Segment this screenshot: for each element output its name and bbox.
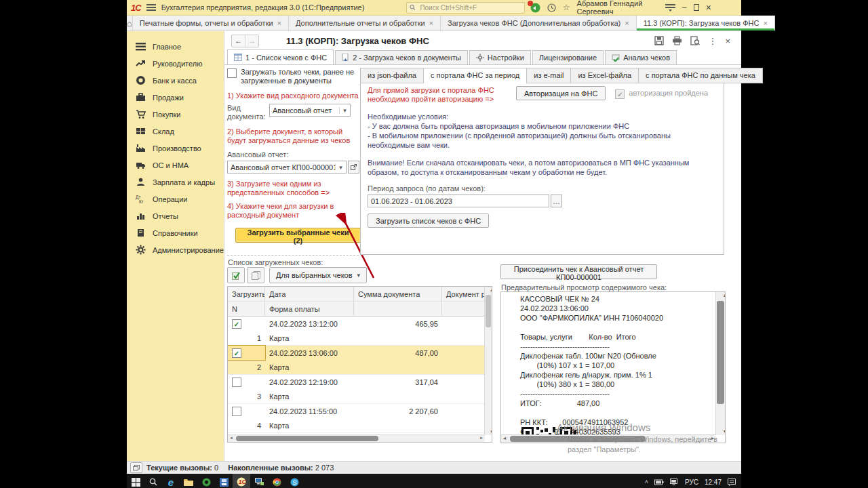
row-checkbox[interactable] bbox=[232, 378, 241, 387]
row-checkbox[interactable]: ✓ bbox=[232, 348, 241, 358]
main-menu-icon[interactable] bbox=[146, 4, 156, 11]
back-button[interactable]: ← bbox=[232, 35, 245, 47]
remote-desktop-icon[interactable] bbox=[250, 474, 268, 488]
current-user[interactable]: Абрамов Геннадий Сергеевич bbox=[577, 0, 658, 16]
tab-close-icon[interactable]: × bbox=[429, 19, 433, 27]
sidebar-item-warehouse[interactable]: Склад bbox=[127, 123, 224, 140]
tab-additional-reports[interactable]: Дополнительные отчеты и обработки × bbox=[289, 16, 441, 30]
chevron-down-icon[interactable]: ▾ bbox=[339, 107, 350, 114]
1c-enterprise-active-icon[interactable]: 1С bbox=[233, 474, 250, 488]
sidebar-item-administration[interactable]: Администрирование bbox=[127, 241, 224, 258]
load-selected-receipts-button[interactable]: Загрузить выбранные чеки (2) bbox=[235, 228, 361, 243]
sidebar-item-sales[interactable]: Продажи bbox=[127, 89, 224, 106]
receipt-vertical-scrollbar[interactable]: ▲ ▼ bbox=[715, 292, 725, 435]
row-checkbox[interactable]: ✓ bbox=[232, 319, 241, 329]
scroll-up-icon[interactable]: ▲ bbox=[488, 287, 492, 293]
period-picker-button[interactable]: … bbox=[551, 195, 562, 207]
clock[interactable]: 12:47 bbox=[705, 479, 722, 486]
period-input[interactable] bbox=[368, 195, 549, 207]
start-button[interactable] bbox=[127, 474, 144, 488]
receipt-horizontal-scrollbar[interactable]: ◄ ► bbox=[501, 434, 716, 443]
tab-fns-load-active[interactable]: 11.3 (КОРП): Загрузка чеков ФНС × bbox=[637, 16, 775, 30]
scroll-up-icon[interactable]: ▲ bbox=[721, 292, 726, 299]
report-select[interactable]: Авансовый отчет КП00-000001 от 0 ▾ bbox=[227, 161, 347, 174]
sidebar-item-production[interactable]: Производство bbox=[127, 140, 224, 157]
table-row[interactable]: 24.02.2023 12:19:00 317,04 3 Карта bbox=[228, 375, 492, 404]
scroll-thumb[interactable] bbox=[510, 436, 646, 442]
home-tab[interactable]: ⌂ bbox=[127, 16, 133, 30]
green-app-icon[interactable] bbox=[197, 474, 215, 488]
bulk-actions-dropdown[interactable]: Для выбранных чеков ▾ bbox=[269, 267, 367, 283]
tab-receipt-list[interactable]: 1 - Список чеков с ФНС bbox=[227, 49, 334, 64]
file-explorer-icon[interactable] bbox=[180, 474, 197, 488]
scroll-left-icon[interactable]: ◄ bbox=[228, 435, 235, 441]
tab-receipt-analysis[interactable]: Анализ чеков bbox=[605, 50, 677, 64]
network-icon[interactable] bbox=[670, 479, 679, 485]
save-icon[interactable] bbox=[654, 36, 664, 45]
preview-icon[interactable] bbox=[690, 36, 700, 45]
form-close-icon[interactable]: × bbox=[725, 36, 730, 46]
col-header-date[interactable]: Дата bbox=[265, 287, 354, 301]
language-indicator[interactable]: РУС bbox=[685, 479, 698, 486]
scroll-thumb[interactable] bbox=[717, 301, 724, 404]
sidebar-item-bank-cash[interactable]: Банк и касса bbox=[127, 72, 224, 89]
service-menu-icon[interactable] bbox=[665, 4, 675, 12]
col-header-document[interactable]: Документ ра bbox=[442, 287, 485, 301]
table-row[interactable]: ✓ 24.02.2023 13:12:00 465,95 1 Карта bbox=[228, 317, 492, 346]
calls-icon[interactable] bbox=[130, 462, 142, 473]
tab-printed-forms[interactable]: Печатные формы, отчеты и обработки × bbox=[133, 16, 289, 30]
scroll-down-icon[interactable]: ▼ bbox=[488, 428, 492, 435]
scroll-thumb[interactable] bbox=[236, 436, 378, 441]
action-center-icon[interactable] bbox=[728, 479, 736, 486]
doc-type-select[interactable]: Авансовый отчет ▾ bbox=[269, 104, 351, 117]
chrome-icon[interactable] bbox=[268, 474, 285, 488]
tab-email[interactable]: из e-mail bbox=[527, 68, 571, 83]
tab-fns-portal-period[interactable]: с портала ФНС за период bbox=[424, 68, 527, 84]
global-search[interactable] bbox=[406, 2, 524, 14]
col-header-load[interactable]: Загрузить bbox=[228, 287, 265, 301]
tab-settings[interactable]: Настройки bbox=[469, 50, 531, 64]
forward-button[interactable]: → bbox=[245, 35, 258, 47]
scroll-right-icon[interactable]: ► bbox=[478, 435, 485, 441]
only-new-checkbox[interactable] bbox=[227, 68, 237, 78]
sidebar-item-reports[interactable]: Отчеты bbox=[127, 207, 224, 224]
sidebar-item-directories[interactable]: Справочники bbox=[127, 224, 224, 241]
skype-icon[interactable]: S bbox=[285, 474, 303, 488]
tab-fns-portal-by-receipt[interactable]: с портала ФНС по данным чека bbox=[639, 68, 763, 83]
tab-fns-processing[interactable]: Загрузка чеков ФНС (Дополнительная обраб… bbox=[441, 16, 637, 30]
col-header-payment[interactable]: Форма оплаты bbox=[265, 302, 354, 316]
sidebar-item-payroll[interactable]: Зарплата и кадры bbox=[127, 174, 224, 190]
chevron-down-icon[interactable]: ▾ bbox=[335, 164, 346, 171]
open-document-button[interactable] bbox=[348, 161, 359, 174]
col-header-amount[interactable]: Сумма документа bbox=[354, 287, 442, 301]
table-row-selected[interactable]: ✓ 24.02.2023 13:06:00 487,00 2 Карта bbox=[228, 346, 492, 375]
1c-blue-app-icon[interactable] bbox=[215, 474, 233, 488]
window-close-button[interactable]: × bbox=[706, 3, 711, 12]
sidebar-item-main[interactable]: Главное bbox=[127, 38, 224, 55]
tab-load-to-documents[interactable]: 2 - Загрузка чеков в документы bbox=[335, 50, 468, 64]
tray-expand-icon[interactable]: ˄ bbox=[645, 479, 648, 485]
scroll-right-icon[interactable]: ► bbox=[709, 435, 716, 442]
row-checkbox[interactable] bbox=[232, 407, 241, 416]
battery-icon[interactable] bbox=[654, 479, 664, 485]
scroll-left-icon[interactable]: ◄ bbox=[501, 435, 508, 442]
favorites-star-icon[interactable]: ☆ bbox=[563, 3, 570, 12]
history-icon[interactable] bbox=[547, 3, 556, 12]
sidebar-item-operations[interactable]: ДтКт Операции bbox=[127, 190, 224, 207]
check-all-button[interactable] bbox=[227, 267, 245, 283]
print-icon[interactable] bbox=[672, 36, 682, 45]
tab-json-file[interactable]: из json-файла bbox=[360, 68, 424, 83]
internet-explorer-icon[interactable]: e bbox=[162, 474, 180, 488]
sidebar-item-purchases[interactable]: Покупки bbox=[127, 106, 224, 123]
discussions-icon[interactable] bbox=[530, 3, 540, 13]
tab-licensing[interactable]: Лицензирование bbox=[532, 50, 604, 64]
tab-close-icon[interactable]: × bbox=[763, 19, 767, 27]
scroll-thumb[interactable] bbox=[486, 295, 491, 327]
only-new-checkbox-row[interactable]: Загружать только чеки, ранее не загружен… bbox=[227, 68, 361, 85]
tab-excel-file[interactable]: из Excel-файла bbox=[571, 68, 639, 83]
uncheck-all-button[interactable] bbox=[247, 267, 264, 283]
sidebar-item-fixed-assets[interactable]: ОС и НМА bbox=[127, 157, 224, 174]
more-actions-icon[interactable]: ⋮ bbox=[708, 36, 717, 46]
window-minimize-button[interactable]: – bbox=[682, 3, 687, 12]
load-receipt-list-button[interactable]: Загрузить список чеков с ФНС bbox=[368, 214, 489, 228]
